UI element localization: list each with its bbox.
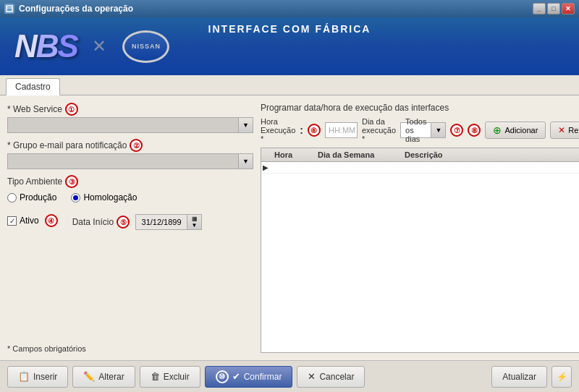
window-body: INTERFACE COM FÁBRICA N B S ✕ NISSAN Cad… (0, 17, 579, 392)
web-service-group: * Web Service ① ▼ (7, 103, 253, 133)
ativo-checkbox[interactable]: ✓ (7, 216, 17, 226)
th-descricao: Descrição (400, 150, 579, 159)
minimize-button[interactable]: _ (533, 3, 546, 14)
email-group-dropdown-btn[interactable]: ▼ (238, 154, 253, 169)
th-hora: Hora (270, 150, 313, 159)
radio-homologacao[interactable]: Homologação (71, 192, 137, 203)
badge-4: ④ (45, 214, 58, 227)
title-bar-controls: _ □ ✕ (533, 3, 575, 14)
confirmar-icon: ✔ (232, 371, 240, 382)
schedule-title: Programar data/hora de execução das inte… (261, 103, 579, 113)
svg-rect-0 (7, 6, 12, 12)
header-title: INTERFACE COM FÁBRICA (208, 23, 371, 35)
time-input[interactable]: HH:MM (325, 122, 358, 138)
dia-execucao-value: Todos os dias (401, 117, 431, 143)
close-button[interactable]: ✕ (562, 3, 575, 14)
nbs-s: S (58, 30, 77, 62)
remover-button[interactable]: ✕ Remover (550, 122, 579, 139)
badge-6: ⑥ (308, 124, 321, 137)
dia-exec-label: Dia da execução * (362, 117, 396, 143)
tipo-ambiente-group: Tipo Ambiente ③ Produção Homologação (7, 175, 253, 203)
web-service-combo[interactable]: ▼ (7, 117, 253, 133)
nissan-logo: NISSAN (121, 28, 172, 64)
maximize-button[interactable]: □ (547, 3, 560, 14)
email-group-input[interactable] (8, 154, 238, 169)
cancelar-button[interactable]: ✕ Cancelar (297, 366, 365, 388)
atualizar-button[interactable]: Atualizar (491, 366, 547, 388)
data-inicio-input-box[interactable]: ▦ ▼ (135, 214, 202, 230)
badge-3: ③ (65, 175, 78, 188)
radio-homologacao-circle (71, 193, 80, 203)
remove-icon: ✕ (558, 125, 565, 135)
alterar-button[interactable]: ✏️ Alterar (72, 366, 135, 388)
title-bar: Configurações da operação _ □ ✕ (0, 0, 579, 17)
tab-bar: Cadastro (0, 75, 579, 95)
nbs-b: B (36, 30, 58, 62)
footer: 📋 Inserir ✏️ Alterar 🗑 Excluir ⑩ ✔ Confi… (0, 360, 579, 392)
radio-producao-circle (7, 193, 17, 203)
schedule-table: Hora Dia da Semana Descrição ▶ ⑨ (261, 148, 579, 353)
dia-execucao-combo[interactable]: Todos os dias ▼ (400, 122, 446, 138)
nbs-logo: N B S (14, 25, 77, 68)
web-service-label: * Web Service ① (7, 103, 253, 116)
badge-10: ⑩ (216, 370, 229, 383)
confirmar-button[interactable]: ⑩ ✔ Confirmar (205, 366, 293, 388)
inserir-icon: 📋 (18, 371, 30, 382)
schedule-table-body: ▶ ⑨ (261, 162, 579, 352)
badge-5: ⑤ (117, 216, 130, 229)
email-group-field: * Grupo e-mail para notificação ② ▼ (7, 139, 253, 169)
extra-button[interactable]: ⚡ (551, 366, 572, 388)
cancelar-icon: ✕ (308, 371, 316, 382)
data-inicio-input[interactable] (136, 215, 187, 229)
row-arrow: ▶ (261, 163, 270, 171)
hora-exec-label: Hora Execução * (261, 117, 295, 143)
data-inicio-row: Data Início ⑤ ▦ ▼ (72, 214, 202, 230)
table-row-first: ▶ (261, 162, 579, 174)
web-service-input[interactable] (8, 118, 238, 132)
tipo-ambiente-label: Tipo Ambiente ③ (7, 175, 253, 188)
title-bar-icon (4, 4, 14, 14)
add-icon: ⊕ (493, 124, 502, 136)
content-area: * Web Service ① ▼ * Grupo e-mail para no… (0, 95, 579, 360)
th-dia: Dia da Semana (313, 150, 400, 159)
logo-separator: ✕ (92, 36, 106, 56)
email-group-label: * Grupo e-mail para notificação ② (7, 139, 253, 152)
excluir-button[interactable]: 🗑 Excluir (140, 366, 200, 388)
dia-execucao-dropdown-btn[interactable]: ▼ (431, 123, 445, 137)
badge-7: ⑦ (450, 124, 463, 137)
email-group-combo[interactable]: ▼ (7, 153, 253, 169)
radio-producao[interactable]: Produção (7, 192, 56, 203)
header-banner: INTERFACE COM FÁBRICA N B S ✕ NISSAN (0, 17, 579, 75)
badge-8: ⑧ (468, 124, 481, 137)
nissan-circle: NISSAN (122, 30, 169, 63)
schedule-table-header: Hora Dia da Semana Descrição (261, 148, 579, 162)
adicionar-button[interactable]: ⊕ Adicionar (485, 122, 546, 139)
schedule-controls: Hora Execução * : ⑥ HH:MM Dia da execuçã… (261, 117, 579, 143)
data-inicio-label: Data Início ⑤ (72, 216, 130, 229)
data-inicio-calendar-btn[interactable]: ▦ ▼ (187, 215, 201, 229)
badge-2: ② (130, 139, 143, 152)
badge-1: ① (65, 103, 78, 116)
web-service-dropdown-btn[interactable]: ▼ (238, 118, 253, 132)
ativo-checkbox-item[interactable]: ✓ Ativo ④ (7, 214, 58, 227)
title-bar-text: Configurações da operação (19, 4, 133, 14)
time-colon: : (300, 124, 303, 136)
alterar-icon: ✏️ (83, 371, 95, 382)
tipo-ambiente-radios: Produção Homologação (7, 192, 253, 203)
right-panel: Programar data/hora de execução das inte… (261, 103, 579, 353)
inserir-button[interactable]: 📋 Inserir (7, 366, 68, 388)
nbs-n: N (14, 30, 36, 62)
mandatory-note: * Campos obrigatórios (7, 344, 253, 353)
excluir-icon: 🗑 (151, 371, 160, 382)
tab-cadastro[interactable]: Cadastro (6, 78, 60, 95)
left-panel: * Web Service ① ▼ * Grupo e-mail para no… (7, 103, 253, 353)
nissan-text: NISSAN (132, 43, 161, 50)
